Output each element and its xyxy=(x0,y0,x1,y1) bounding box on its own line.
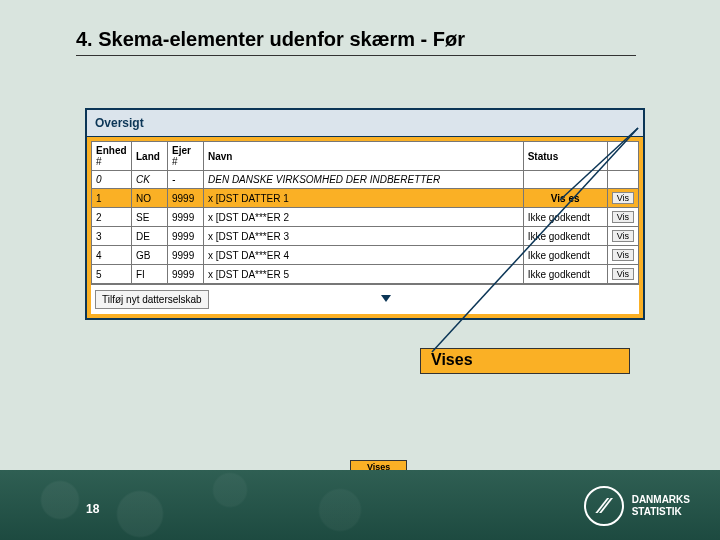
cell-ejer: 9999 xyxy=(168,227,204,246)
title-underline xyxy=(76,55,636,56)
cell-ejer: 9999 xyxy=(168,189,204,208)
cell-status: Vis es xyxy=(523,189,607,208)
table-row: 2SE9999x [DST DA***ER 2Ikke godkendtVis xyxy=(92,208,639,227)
vis-button[interactable]: Vis xyxy=(612,211,634,223)
cell-navn: x [DST DA***ER 2 xyxy=(204,208,524,227)
th-status: Status xyxy=(523,142,607,171)
cell-navn: x [DST DA***ER 4 xyxy=(204,246,524,265)
cell-status: Ikke godkendt xyxy=(523,227,607,246)
th-navn: Navn xyxy=(204,142,524,171)
table-row: 4GB9999x [DST DA***ER 4Ikke godkendtVis xyxy=(92,246,639,265)
panel-footer: Tilføj nyt datterselskab xyxy=(91,284,639,314)
cell-action: Vis xyxy=(607,208,638,227)
cell-navn: DEN DANSKE VIRKSOMHED DER INDBERETTER xyxy=(204,171,524,189)
cell-land: SE xyxy=(132,208,168,227)
cell-status: Ikke godkendt xyxy=(523,208,607,227)
cell-land: DE xyxy=(132,227,168,246)
cell-enhed: 1 xyxy=(92,189,132,208)
cell-action: Vis xyxy=(607,265,638,284)
cell-navn: x [DST DA***ER 3 xyxy=(204,227,524,246)
table-row: 1NO9999x [DST DATTER 1Vis esVis xyxy=(92,189,639,208)
cell-ejer: 9999 xyxy=(168,246,204,265)
add-subsidiary-button[interactable]: Tilføj nyt datterselskab xyxy=(95,290,209,309)
cell-enhed: 4 xyxy=(92,246,132,265)
cell-status: Ikke godkendt xyxy=(523,265,607,284)
cell-ejer: 9999 xyxy=(168,208,204,227)
slide-title: 4. Skema-elementer udenfor skærm - Før xyxy=(76,28,720,51)
cell-enhed: 0 xyxy=(92,171,132,189)
th-enhed: Enhed# xyxy=(92,142,132,171)
cell-action: Vis xyxy=(607,189,638,208)
th-action xyxy=(607,142,638,171)
page-number: 18 xyxy=(86,502,99,516)
cell-enhed: 3 xyxy=(92,227,132,246)
cell-enhed: 5 xyxy=(92,265,132,284)
cell-navn: x [DST DATTER 1 xyxy=(204,189,524,208)
cell-action: Vis xyxy=(607,227,638,246)
vis-button[interactable]: Vis xyxy=(612,249,634,261)
logo-text: DANMARKS STATISTIK xyxy=(632,494,690,518)
th-land: Land xyxy=(132,142,168,171)
logo-mark-icon: ⁄⁄ xyxy=(584,486,624,526)
footer-bar: 18 ⁄⁄ DANMARKS STATISTIK xyxy=(0,470,720,540)
table-row: 5FI9999x [DST DA***ER 5Ikke godkendtVis xyxy=(92,265,639,284)
data-table: Enhed# Land Ejer# Navn Status 0CK-DEN DA… xyxy=(91,141,639,284)
vis-button[interactable]: Vis xyxy=(612,230,634,242)
callout-vises: Vises xyxy=(420,348,630,374)
cell-land: GB xyxy=(132,246,168,265)
panel-header: Oversigt xyxy=(87,110,643,137)
th-ejer: Ejer# xyxy=(168,142,204,171)
cell-land: NO xyxy=(132,189,168,208)
cell-land: FI xyxy=(132,265,168,284)
cell-enhed: 2 xyxy=(92,208,132,227)
dropdown-arrow-icon[interactable] xyxy=(381,295,391,302)
panel-body: Enhed# Land Ejer# Navn Status 0CK-DEN DA… xyxy=(87,137,643,318)
vis-button[interactable]: Vis xyxy=(612,268,634,280)
cell-ejer: - xyxy=(168,171,204,189)
cell-status xyxy=(523,171,607,189)
table-row: 0CK-DEN DANSKE VIRKSOMHED DER INDBERETTE… xyxy=(92,171,639,189)
cell-status: Ikke godkendt xyxy=(523,246,607,265)
cell-navn: x [DST DA***ER 5 xyxy=(204,265,524,284)
cell-land: CK xyxy=(132,171,168,189)
cell-action: Vis xyxy=(607,246,638,265)
vis-button[interactable]: Vis xyxy=(612,192,634,204)
oversigt-panel: Oversigt Enhed# Land Ejer# Navn Status 0… xyxy=(85,108,645,320)
table-row: 3DE9999x [DST DA***ER 3Ikke godkendtVis xyxy=(92,227,639,246)
cell-ejer: 9999 xyxy=(168,265,204,284)
logo: ⁄⁄ DANMARKS STATISTIK xyxy=(584,486,690,526)
cell-action xyxy=(607,171,638,189)
